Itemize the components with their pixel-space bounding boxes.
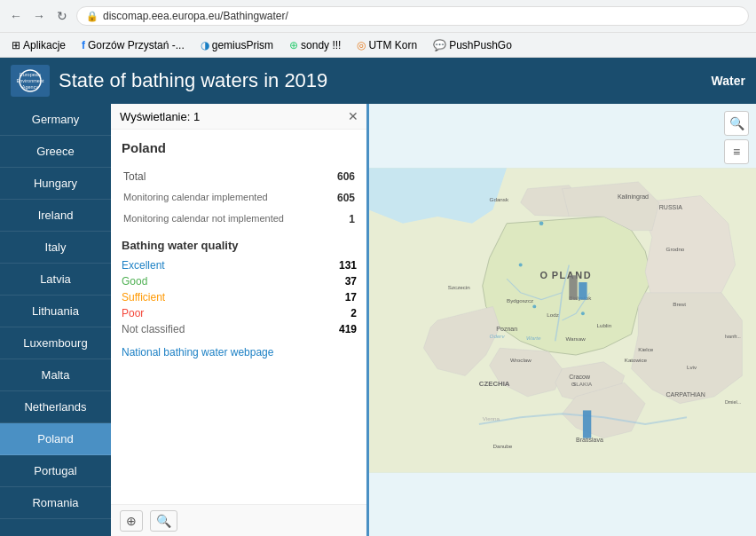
zoom-in-icon: 🔍 xyxy=(156,514,171,528)
bookmarks-bar: ⊞ Aplikacje f Gorzów Przystań -... ◑ gem… xyxy=(0,32,756,57)
svg-rect-29 xyxy=(569,275,577,299)
monitoring-impl-value: 605 xyxy=(330,187,357,209)
refresh-button[interactable]: ↻ xyxy=(53,7,71,25)
bookmark-utm[interactable]: ◎ UTM Korn xyxy=(352,37,421,53)
sidebar-item-germany[interactable]: Germany xyxy=(0,104,111,136)
svg-text:Lodz: Lodz xyxy=(547,311,559,318)
good-value: 37 xyxy=(345,275,357,288)
popup-body: Poland Total 606 Monitoring calendar imp… xyxy=(111,130,367,504)
total-value: 606 xyxy=(330,166,357,187)
sidebar-item-portugal[interactable]: Portugal xyxy=(0,455,111,487)
svg-text:O: O xyxy=(540,270,548,280)
svg-point-34 xyxy=(532,304,536,308)
sidebar-item-hungary[interactable]: Hungary xyxy=(0,168,111,200)
popup-country-name: Poland xyxy=(122,140,357,155)
svg-rect-31 xyxy=(583,410,591,437)
gemius-icon: ◑ xyxy=(201,39,209,51)
svg-point-33 xyxy=(519,264,523,267)
svg-text:Wroclaw: Wroclaw xyxy=(510,357,532,363)
svg-text:Warte: Warte xyxy=(526,335,541,341)
svg-text:Danube: Danube xyxy=(492,443,512,449)
zoom-to-icon: ⊕ xyxy=(126,514,137,528)
bookmark-gemius-label: gemiusPrism xyxy=(212,39,273,51)
popup-header: Wyświetlanie: 1 ✕ xyxy=(111,104,367,130)
national-webpage-link[interactable]: National bathing water webpage xyxy=(122,346,357,359)
sidebar-item-latvia[interactable]: Latvia xyxy=(0,264,111,296)
popup-close-button[interactable]: ✕ xyxy=(348,109,358,123)
map-controls: 🔍 ≡ xyxy=(724,111,749,164)
poor-label: Poor xyxy=(122,307,144,319)
quality-row-good: Good 37 xyxy=(122,275,357,288)
header-right-label: Water xyxy=(712,74,745,88)
page-title: State of bathing waters in 2019 xyxy=(59,69,327,92)
popup-indicator xyxy=(366,104,369,536)
sidebar-item-luxembourg[interactable]: Luxembourg xyxy=(0,327,111,359)
sidebar-item-netherlands[interactable]: Netherlands xyxy=(0,391,111,423)
map-search-button[interactable]: 🔍 xyxy=(724,111,749,136)
browser-chrome: ← → ↻ 🔒 discomap.eea.europa.eu/Bathingwa… xyxy=(0,0,756,58)
sidebar-item-poland[interactable]: Poland xyxy=(0,423,111,455)
address-bar[interactable]: 🔒 discomap.eea.europa.eu/Bathingwater/ xyxy=(76,6,749,26)
bookmark-aplikacje[interactable]: ⊞ Aplikacje xyxy=(7,37,70,53)
map-svg: Kaliningrad RUSSIA Gdansk Szczecin Bydgo… xyxy=(368,104,756,536)
svg-text:Environment: Environment xyxy=(17,78,44,83)
lock-icon: 🔒 xyxy=(86,11,98,22)
app-header: European Environment Agency State of bat… xyxy=(0,58,756,104)
svg-text:Cracow: Cracow xyxy=(569,374,591,380)
svg-point-32 xyxy=(539,221,544,225)
sidebar-item-lithuania[interactable]: Lithuania xyxy=(0,296,111,327)
back-button[interactable]: ← xyxy=(7,7,25,25)
excellent-value: 131 xyxy=(339,259,357,272)
quality-row-excellent: Excellent 131 xyxy=(122,259,357,272)
zoom-in-button[interactable]: 🔍 xyxy=(150,510,177,532)
svg-text:CZECHIA: CZECHIA xyxy=(479,380,510,388)
forward-button[interactable]: → xyxy=(30,7,48,25)
sufficient-label: Sufficient xyxy=(122,291,165,303)
svg-text:RUSSIA: RUSSIA xyxy=(659,204,682,210)
bookmark-sondy[interactable]: ⊕ sondy !!! xyxy=(285,37,345,53)
svg-text:Kaliningrad: Kaliningrad xyxy=(618,193,649,201)
sidebar-item-romania[interactable]: Romania xyxy=(0,487,111,519)
bookmark-aplikacje-label: Aplikacje xyxy=(23,39,66,51)
svg-text:Katowice: Katowice xyxy=(625,357,648,363)
svg-text:O: O xyxy=(571,381,576,387)
map-list-button[interactable]: ≡ xyxy=(724,139,749,164)
svg-text:Ivanfr...: Ivanfr... xyxy=(725,334,741,339)
svg-text:Warsaw: Warsaw xyxy=(565,335,586,342)
url-text: discomap.eea.europa.eu/Bathingwater/ xyxy=(103,10,288,22)
popup-panel: Wyświetlanie: 1 ✕ Poland Total 606 Monit… xyxy=(111,104,368,536)
good-label: Good xyxy=(122,275,147,288)
bookmark-pushpush-label: PushPushGo xyxy=(449,39,512,51)
apps-icon: ⊞ xyxy=(12,39,20,51)
bookmark-gorzow-label: Gorzów Przystań -... xyxy=(88,39,185,51)
svg-text:European: European xyxy=(20,72,41,77)
svg-text:Lublin: Lublin xyxy=(597,322,612,328)
monitoring-not-impl-label: Monitoring calendar not implemented xyxy=(122,209,330,230)
bookmark-gorzow[interactable]: f Gorzów Przystań -... xyxy=(77,37,189,53)
excellent-label: Excellent xyxy=(122,259,165,272)
svg-rect-30 xyxy=(579,282,587,300)
sidebar-item-greece[interactable]: Greece xyxy=(0,136,111,168)
total-label: Total xyxy=(122,166,330,187)
svg-point-35 xyxy=(581,311,585,315)
sidebar-item-malta[interactable]: Malta xyxy=(0,359,111,391)
sidebar-item-italy[interactable]: Italy xyxy=(0,232,111,264)
header-left: European Environment Agency State of bat… xyxy=(11,65,327,97)
svg-text:Lviv: Lviv xyxy=(687,364,697,370)
sidebar: Germany Greece Hungary Ireland Italy Lat… xyxy=(0,104,111,536)
svg-text:Grodno: Grodno xyxy=(666,246,685,252)
svg-text:Dmiel...: Dmiel... xyxy=(725,399,742,405)
popup-header-text: Wyświetlanie: 1 xyxy=(120,110,200,123)
monitoring-not-impl-value: 1 xyxy=(330,209,357,230)
svg-text:Poznan: Poznan xyxy=(496,326,517,332)
map-area[interactable]: 🔍 ≡ xyxy=(368,104,756,536)
sidebar-item-ireland[interactable]: Ireland xyxy=(0,200,111,232)
bookmark-gemius[interactable]: ◑ gemiusPrism xyxy=(196,37,278,53)
monitoring-impl-label: Monitoring calendar implemented xyxy=(122,187,330,209)
svg-text:Gdansk: Gdansk xyxy=(490,196,509,202)
svg-text:Brest: Brest xyxy=(673,301,686,307)
poor-value: 2 xyxy=(350,307,357,319)
bookmark-pushpush[interactable]: 💬 PushPushGo xyxy=(429,37,516,53)
zoom-to-button[interactable]: ⊕ xyxy=(120,510,143,532)
quality-row-poor: Poor 2 xyxy=(122,307,357,319)
